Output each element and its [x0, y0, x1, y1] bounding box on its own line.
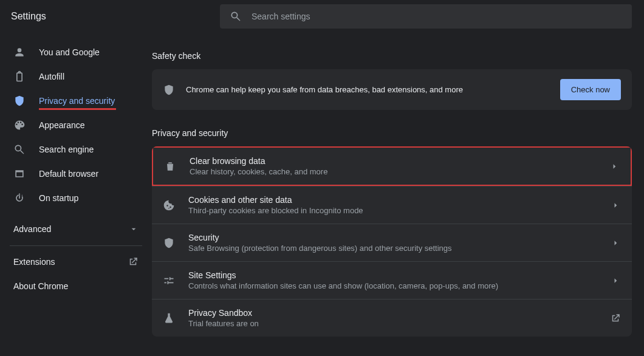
search-icon [230, 10, 242, 22]
sidebar-item-on-startup[interactable]: On startup [0, 186, 152, 210]
sidebar-item-label: On startup [39, 193, 78, 203]
palette-icon [13, 119, 26, 131]
sidebar-item-label: Appearance [39, 120, 85, 130]
sidebar-item-autofill[interactable]: Autofill [0, 64, 152, 89]
sidebar-extensions-label: Extensions [13, 257, 55, 267]
sidebar-item-appearance[interactable]: Appearance [0, 113, 152, 137]
row-site-settings[interactable]: Site Settings Controls what information … [152, 261, 632, 299]
shield-icon [13, 95, 26, 107]
sidebar-item-search-engine[interactable]: Search engine [0, 137, 152, 162]
window-icon [13, 168, 26, 180]
sidebar-item-privacy[interactable]: Privacy and security [0, 89, 152, 113]
row-title: Clear browsing data [190, 156, 595, 166]
chevron-right-icon [610, 238, 621, 248]
chevron-right-icon [610, 275, 621, 286]
row-subtitle: Third-party cookies are blocked in Incog… [188, 206, 597, 215]
sidebar-advanced-label: Advanced [13, 224, 51, 234]
row-title: Cookies and other site data [188, 195, 597, 205]
sidebar-item-label: You and Google [39, 47, 100, 57]
external-link-icon [610, 313, 621, 324]
safety-check-card: Chrome can help keep you safe from data … [152, 69, 632, 110]
row-subtitle: Safe Browsing (protection from dangerous… [188, 244, 597, 253]
search-box[interactable] [220, 4, 632, 29]
row-clear-browsing-data[interactable]: Clear browsing data Clear history, cooki… [152, 146, 632, 187]
topbar: Settings [0, 0, 644, 33]
row-title: Privacy Sandbox [188, 308, 597, 318]
search-icon [13, 143, 26, 156]
sidebar-item-label: Autofill [39, 72, 64, 81]
row-subtitle: Clear history, cookies, cache, and more [190, 167, 595, 176]
sidebar-item-label: Search engine [39, 145, 94, 154]
power-icon [13, 192, 26, 204]
main-content: Safety check Chrome can help keep you sa… [152, 33, 644, 356]
person-icon [13, 46, 26, 58]
page-title: Settings [0, 11, 220, 22]
sidebar-about[interactable]: About Chrome [0, 274, 152, 298]
sidebar-advanced[interactable]: Advanced [0, 216, 152, 242]
row-cookies[interactable]: Cookies and other site data Third-party … [152, 186, 632, 224]
search-input[interactable] [252, 12, 622, 21]
trash-icon [164, 160, 176, 173]
sidebar-item-label: Default browser [39, 169, 98, 179]
sidebar-item-default-browser[interactable]: Default browser [0, 162, 152, 186]
sidebar-extensions[interactable]: Extensions [0, 250, 152, 274]
privacy-list: Clear browsing data Clear history, cooki… [152, 146, 632, 337]
sidebar-about-label: About Chrome [13, 281, 68, 291]
caret-down-icon [129, 224, 139, 234]
sidebar-item-you-and-google[interactable]: You and Google [0, 40, 152, 64]
clipboard-icon [13, 70, 26, 83]
row-subtitle: Trial features are on [188, 319, 597, 328]
row-subtitle: Controls what information sites can use … [188, 281, 597, 290]
row-title: Security [188, 233, 597, 242]
row-security[interactable]: Security Safe Browsing (protection from … [152, 224, 632, 261]
check-now-button[interactable]: Check now [560, 79, 621, 100]
sliders-icon [163, 275, 175, 287]
flask-icon [163, 312, 175, 324]
cookie-icon [163, 199, 175, 211]
chevron-right-icon [610, 200, 621, 211]
sidebar-item-label: Privacy and security [39, 96, 115, 106]
external-link-icon [128, 256, 139, 267]
row-title: Site Settings [188, 270, 597, 280]
privacy-section-title: Privacy and security [152, 128, 632, 138]
divider [10, 245, 142, 246]
shield-icon [163, 84, 175, 96]
row-privacy-sandbox[interactable]: Privacy Sandbox Trial features are on [152, 299, 632, 337]
chevron-right-icon [609, 161, 620, 172]
sidebar: You and Google Autofill Privacy and secu… [0, 33, 152, 356]
shield-icon [163, 237, 175, 249]
safety-check-title: Safety check [152, 51, 632, 61]
safety-check-message: Chrome can help keep you safe from data … [186, 85, 549, 94]
